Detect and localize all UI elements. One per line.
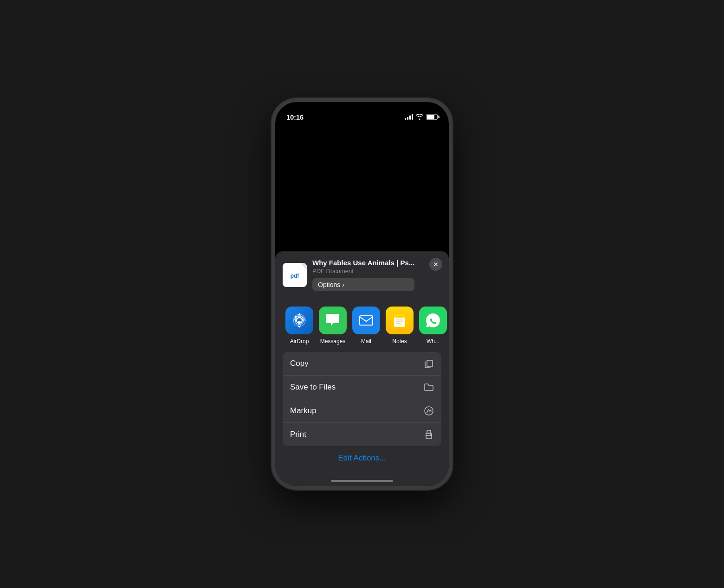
apps-row: AirDrop Messages — [275, 297, 449, 352]
save-to-files-action[interactable]: Save to Files — [283, 376, 441, 399]
file-info-text: Why Fables Use Animals | Ps... PDF Docum… — [312, 259, 414, 275]
whatsapp-icon — [419, 307, 447, 334]
app-item-airdrop[interactable]: AirDrop — [283, 307, 316, 345]
svg-rect-4 — [360, 316, 373, 325]
markup-action[interactable]: Markup — [283, 399, 441, 423]
dynamic-island — [334, 108, 390, 124]
pdf-label: pdf — [291, 273, 299, 279]
print-label: Print — [290, 430, 306, 439]
airdrop-icon — [285, 307, 313, 334]
save-to-files-label: Save to Files — [290, 383, 336, 392]
mail-icon — [352, 307, 380, 334]
copy-icon — [424, 358, 434, 369]
file-type: PDF Document — [312, 268, 414, 275]
markup-label: Markup — [290, 406, 317, 415]
folder-icon — [424, 382, 434, 392]
copy-action[interactable]: Copy — [283, 352, 441, 376]
status-time: 10:16 — [286, 113, 304, 121]
wifi-icon — [416, 114, 423, 120]
home-indicator — [331, 480, 393, 482]
notes-icon — [386, 307, 414, 334]
printer-icon — [424, 429, 434, 440]
airdrop-label: AirDrop — [290, 338, 309, 345]
copy-label: Copy — [290, 359, 309, 368]
app-item-notes[interactable]: Notes — [383, 307, 416, 345]
edit-actions[interactable]: Edit Actions... — [275, 446, 449, 470]
svg-rect-13 — [427, 430, 431, 433]
svg-point-11 — [425, 407, 433, 415]
phone-screen: 10:16 — [275, 102, 449, 486]
signal-icon — [405, 114, 413, 120]
battery-icon — [426, 114, 438, 120]
mail-label: Mail — [361, 338, 371, 345]
svg-rect-6 — [394, 314, 405, 318]
messages-icon — [319, 307, 347, 334]
share-sheet: pdf Why Fables Use Animals | Ps... PDF D… — [275, 251, 449, 486]
print-action[interactable]: Print — [283, 423, 441, 446]
app-item-mail[interactable]: Mail — [349, 307, 383, 345]
svg-point-14 — [430, 434, 431, 435]
svg-rect-12 — [426, 435, 432, 439]
options-button[interactable]: Options › — [312, 278, 414, 291]
pdf-icon: pdf — [283, 263, 307, 287]
close-button[interactable]: ✕ — [429, 258, 442, 271]
actions-list: Copy Save to Files — [283, 352, 441, 446]
app-item-messages[interactable]: Messages — [316, 307, 349, 345]
file-info: Why Fables Use Animals | Ps... PDF Docum… — [312, 259, 414, 291]
phone-frame: 10:16 — [272, 98, 452, 490]
whatsapp-label: Wh... — [427, 338, 440, 345]
status-icons — [405, 114, 438, 120]
markup-icon — [424, 406, 434, 416]
edit-actions-label: Edit Actions... — [338, 454, 386, 462]
share-header: pdf Why Fables Use Animals | Ps... PDF D… — [275, 251, 449, 297]
app-item-whatsapp[interactable]: Wh... — [416, 307, 449, 345]
messages-label: Messages — [320, 338, 346, 345]
file-title: Why Fables Use Animals | Ps... — [312, 259, 414, 267]
notes-label: Notes — [392, 338, 407, 345]
svg-point-3 — [298, 321, 301, 324]
svg-rect-10 — [427, 360, 433, 367]
